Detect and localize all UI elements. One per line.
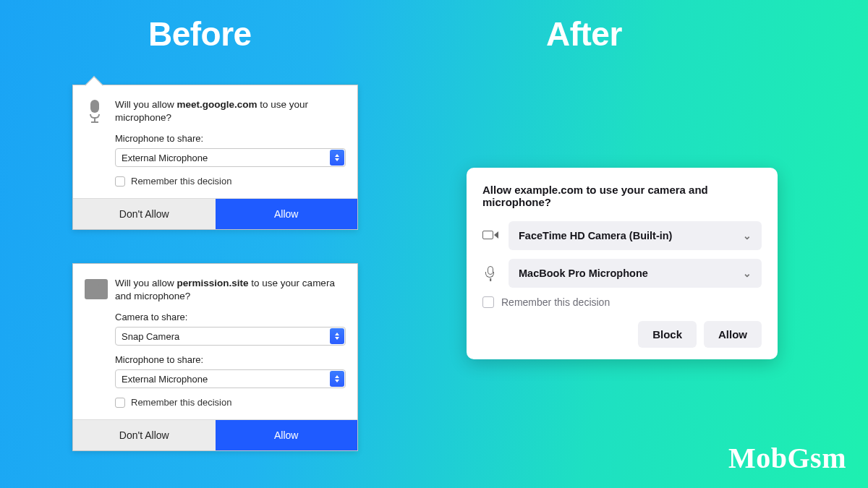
mic-share-label: Microphone to share: xyxy=(115,354,346,365)
allow-button[interactable]: Allow xyxy=(704,321,762,348)
heading-after: After xyxy=(546,14,622,53)
microphone-select[interactable]: MacBook Pro Microphone ⌄ xyxy=(509,259,762,288)
mic-select-value: External Microphone xyxy=(122,153,208,163)
camera-select[interactable]: FaceTime HD Camera (Built-in) ⌄ xyxy=(509,221,762,250)
old-permission-dialog-mic: Will you allow meet.google.com to use yo… xyxy=(72,85,358,230)
remember-label: Remember this decision xyxy=(501,296,610,308)
mic-select[interactable]: External Microphone xyxy=(115,369,346,388)
permission-title: Allow example.com to use your camera and… xyxy=(482,184,762,208)
remember-label: Remember this decision xyxy=(131,397,231,408)
allow-button[interactable]: Allow xyxy=(216,199,358,229)
remember-decision-row[interactable]: Remember this decision xyxy=(115,176,346,187)
mic-select-value: External Microphone xyxy=(122,374,208,385)
prompt-site: meet.google.com xyxy=(177,99,258,110)
watermark: MobGsm xyxy=(728,441,846,475)
remember-decision-row[interactable]: Remember this decision xyxy=(115,397,346,408)
remember-decision-row[interactable]: Remember this decision xyxy=(482,296,762,308)
camera-select-value: FaceTime HD Camera (Built-in) xyxy=(519,230,672,241)
prompt-site: permission.site xyxy=(177,278,249,288)
dialog-footer: Don't Allow Allow xyxy=(73,198,357,229)
permission-prompt: Will you allow meet.google.com to use yo… xyxy=(115,98,346,124)
camera-icon xyxy=(85,278,105,291)
microphone-icon xyxy=(482,266,498,281)
dialog-footer: Don't Allow Allow xyxy=(73,419,357,450)
chevron-down-icon: ⌄ xyxy=(743,230,752,241)
heading-before: Before xyxy=(148,14,252,53)
camera-share-label: Camera to share: xyxy=(115,312,346,322)
prompt-pre: Will you allow xyxy=(115,278,177,288)
remember-checkbox[interactable] xyxy=(115,176,125,187)
permission-prompt: Will you allow permission.site to use yo… xyxy=(115,277,346,303)
select-arrows-icon xyxy=(330,150,344,166)
camera-select[interactable]: Snap Camera xyxy=(115,327,346,346)
prompt-pre: Will you allow xyxy=(115,99,177,110)
microphone-select-value: MacBook Pro Microphone xyxy=(519,267,648,279)
mic-select[interactable]: External Microphone xyxy=(115,148,346,167)
allow-button[interactable]: Allow xyxy=(216,420,358,450)
microphone-icon xyxy=(88,100,101,119)
block-button[interactable]: Block xyxy=(638,321,697,348)
dont-allow-button[interactable]: Don't Allow xyxy=(73,420,216,450)
remember-checkbox[interactable] xyxy=(115,398,125,408)
camera-select-value: Snap Camera xyxy=(122,331,179,342)
select-arrows-icon xyxy=(330,328,344,344)
old-permission-dialog-cam-mic: Will you allow permission.site to use yo… xyxy=(72,263,358,451)
mic-share-label: Microphone to share: xyxy=(115,133,346,144)
new-permission-dialog: Allow example.com to use your camera and… xyxy=(467,168,778,359)
dialog-actions: Block Allow xyxy=(482,321,762,348)
dont-allow-button[interactable]: Don't Allow xyxy=(73,199,216,229)
camera-row: FaceTime HD Camera (Built-in) ⌄ xyxy=(482,221,762,250)
remember-label: Remember this decision xyxy=(131,176,231,187)
remember-checkbox[interactable] xyxy=(482,296,494,308)
microphone-row: MacBook Pro Microphone ⌄ xyxy=(482,259,762,288)
select-arrows-icon xyxy=(330,371,344,387)
camera-icon xyxy=(482,231,498,241)
chevron-down-icon: ⌄ xyxy=(743,267,752,279)
